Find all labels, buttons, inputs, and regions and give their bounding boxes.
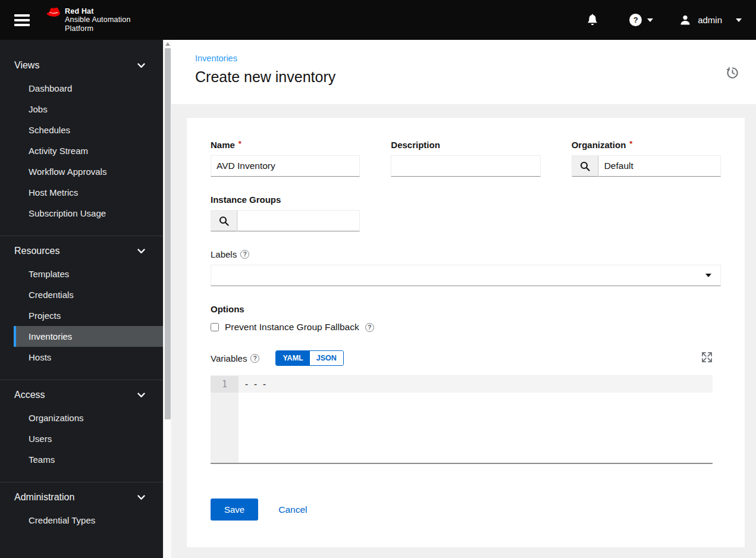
sidebar-group-toggle-resources[interactable]: Resources (0, 239, 163, 264)
sidebar-item-projects[interactable]: Projects (14, 305, 163, 326)
cancel-button[interactable]: Cancel (278, 504, 307, 515)
prevent-fallback-checkbox[interactable] (211, 323, 219, 331)
instance-groups-input[interactable] (237, 210, 360, 231)
sidebar-item-inventories[interactable]: Inventories (14, 326, 163, 347)
labels-label: Labels (211, 249, 237, 259)
organization-input[interactable] (598, 155, 721, 177)
labels-field-group: Labels ? (211, 249, 721, 286)
form-actions: Save Cancel (211, 499, 721, 521)
json-tab[interactable]: JSON (310, 351, 343, 365)
prevent-fallback-option: Prevent Instance Group Fallback ? (211, 322, 721, 333)
sidebar-group-access: AccessOrganizationsUsersTeams (0, 380, 163, 482)
scrollbar-up-arrow[interactable] (165, 42, 170, 46)
sidebar-group-toggle-administration[interactable]: Administration (0, 485, 163, 510)
options-section: Options Prevent Instance Group Fallback … (211, 304, 721, 333)
editor-gutter: 1 (211, 376, 239, 463)
sidebar-nav: ViewsDashboardJobsSchedulesActivity Stre… (0, 40, 163, 558)
sidebar-item-jobs[interactable]: Jobs (14, 99, 163, 120)
create-inventory-form-card: Name * Description Organization (186, 117, 745, 548)
sidebar-item-hosts[interactable]: Hosts (14, 347, 163, 368)
expand-arrows-icon (701, 352, 713, 363)
sidebar-item-teams[interactable]: Teams (14, 449, 163, 470)
sidebar-item-activity-stream[interactable]: Activity Stream (14, 140, 163, 161)
sidebar-item-dashboard[interactable]: Dashboard (14, 78, 163, 99)
bell-icon (586, 14, 598, 27)
help-menu-button[interactable]: ? (629, 14, 653, 26)
chevron-down-icon (137, 495, 145, 500)
labels-help-icon[interactable]: ? (240, 250, 249, 259)
description-input[interactable] (391, 155, 540, 177)
sidebar-group-toggle-access[interactable]: Access (0, 383, 163, 407)
organization-lookup-button[interactable] (572, 155, 598, 177)
sidebar-item-schedules[interactable]: Schedules (14, 120, 163, 140)
variables-help-icon[interactable]: ? (250, 354, 259, 363)
page-header: Inventories Create new inventory (171, 40, 756, 104)
masthead-actions: ? admin (586, 14, 742, 27)
name-field-group: Name * (211, 140, 360, 177)
editor-expand-button[interactable] (701, 352, 713, 365)
description-field-group: Description (391, 140, 540, 177)
line-number: 1 (211, 376, 239, 393)
brand-line1: Red Hat (65, 7, 131, 16)
sidebar-group-title: Access (14, 390, 45, 400)
username-label: admin (698, 15, 722, 25)
sidebar-item-templates[interactable]: Templates (14, 264, 163, 284)
sidebar-group-resources: ResourcesTemplatesCredentialsProjectsInv… (0, 236, 163, 380)
sidebar-group-list: TemplatesCredentialsProjectsInventoriesH… (0, 264, 163, 368)
required-asterisk: * (629, 139, 632, 148)
scrollbar-thumb[interactable] (165, 48, 171, 419)
required-asterisk: * (239, 139, 241, 148)
user-menu-button[interactable]: admin (679, 14, 742, 26)
nav-toggle-button[interactable] (14, 14, 30, 26)
sidebar-item-organizations[interactable]: Organizations (14, 407, 163, 428)
chevron-down-icon (137, 63, 145, 68)
sidebar-item-host-metrics[interactable]: Host Metrics (14, 182, 163, 203)
question-circle-icon: ? (629, 14, 642, 26)
redhat-fedora-icon (45, 7, 62, 18)
variables-section: Variables ? YAML JSON (211, 350, 721, 464)
sidebar-item-subscription-usage[interactable]: Subscription Usage (14, 203, 163, 224)
editor-line-1[interactable]: --- (239, 376, 713, 393)
name-input[interactable] (211, 155, 360, 177)
caret-down-icon (705, 274, 711, 277)
name-label: Name (211, 140, 235, 150)
caret-down-icon (647, 18, 653, 22)
notifications-button[interactable] (586, 14, 598, 27)
search-icon (219, 216, 229, 226)
chevron-down-icon (137, 393, 145, 398)
masthead: Red Hat Ansible Automation Platform ? ad… (0, 0, 756, 40)
instance-groups-lookup-button[interactable] (211, 210, 237, 231)
sidebar-item-users[interactable]: Users (14, 428, 163, 449)
prevent-fallback-help-icon[interactable]: ? (365, 323, 374, 332)
instance-groups-label: Instance Groups (211, 195, 281, 205)
search-icon (580, 161, 590, 171)
sidebar-group-list: Credential Types (0, 510, 163, 531)
activity-history-button[interactable] (726, 66, 739, 81)
chevron-down-icon (137, 249, 145, 254)
yaml-tab[interactable]: YAML (276, 351, 309, 365)
sidebar-item-credentials[interactable]: Credentials (14, 284, 163, 305)
sidebar-group-title: Administration (14, 492, 74, 503)
variables-label: Variables (211, 353, 247, 363)
labels-select[interactable] (211, 265, 721, 286)
variables-code-editor[interactable]: 1 --- (211, 375, 713, 464)
options-label: Options (211, 304, 721, 314)
organization-label: Organization (572, 140, 626, 150)
sidebar-group-toggle-views[interactable]: Views (0, 53, 163, 78)
brand-logo: Red Hat Ansible Automation Platform (45, 7, 131, 33)
editor-content[interactable]: --- (239, 376, 713, 463)
instance-groups-field-group: Instance Groups (211, 195, 360, 231)
history-icon (726, 66, 739, 80)
sidebar-item-credential-types[interactable]: Credential Types (14, 510, 163, 531)
sidebar-item-workflow-approvals[interactable]: Workflow Approvals (14, 161, 163, 182)
sidebar-group-title: Views (14, 60, 39, 71)
sidebar-group-views: ViewsDashboardJobsSchedulesActivity Stre… (0, 51, 163, 236)
main-content: Inventories Create new inventory Name * (171, 40, 756, 558)
sidebar-group-administration: AdministrationCredential Types (0, 482, 163, 543)
variables-format-toggle: YAML JSON (275, 350, 343, 366)
breadcrumb[interactable]: Inventories (195, 54, 237, 63)
user-icon (679, 14, 691, 26)
save-button[interactable]: Save (211, 499, 258, 521)
organization-field-group: Organization * (572, 140, 721, 177)
hamburger-icon (14, 14, 30, 17)
